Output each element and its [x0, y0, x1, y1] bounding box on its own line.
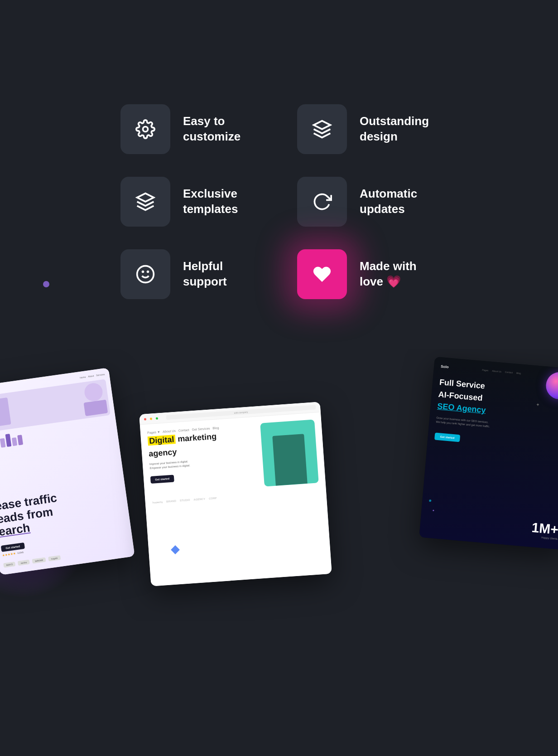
diamond-pen-icon: [312, 119, 332, 139]
feature-icon-box-refresh: [297, 177, 347, 227]
svg-marker-1: [137, 194, 154, 202]
feature-label-easy-customize: Easy to customize: [183, 114, 261, 145]
preview-card-left: Logo Home About Services: [0, 368, 135, 575]
dot-decoration-purple: [43, 281, 49, 287]
svg-point-2: [137, 266, 154, 283]
feature-label-exclusive-templates: Exclusive templates: [183, 186, 261, 217]
feature-icon-box-heart: [297, 249, 347, 299]
refresh-icon: [312, 192, 332, 212]
feature-helpful-support: Helpful support: [120, 249, 261, 299]
feature-easy-customize: Easy to customize: [120, 104, 261, 154]
feature-icon-box-smiley: [120, 249, 170, 299]
preview-section: Logo Home About Services: [0, 349, 558, 621]
feature-made-with-love: Made with love 💗: [297, 249, 438, 299]
heart-icon: [312, 264, 332, 284]
feature-icon-box-pen: [297, 104, 347, 154]
svg-point-0: [143, 127, 148, 132]
features-section: Easy to customize Outstanding design: [0, 77, 558, 335]
card-left-overlay-text: ease traffic eads from earch: [0, 491, 61, 538]
feature-label-helpful-support: Helpful support: [183, 259, 261, 290]
feature-icon-box-layers: [120, 177, 170, 227]
feature-exclusive-templates: Exclusive templates: [120, 177, 261, 227]
hero-section: [0, 0, 558, 77]
smiley-icon: [135, 264, 155, 284]
feature-icon-box-gear: [120, 104, 170, 154]
preview-card-center: solo.company Pages ▼ About Us Contact Ge…: [139, 402, 332, 586]
feature-label-made-with-love: Made with love 💗: [360, 259, 438, 290]
feature-label-automatic-updates: Automatic updates: [360, 186, 438, 217]
feature-outstanding-design: Outstanding design: [297, 104, 438, 154]
preview-card-right: Solo Pages About Us Contact Blog Get sta…: [419, 357, 558, 550]
gear-icon: [135, 119, 155, 139]
feature-automatic-updates: Automatic updates: [297, 177, 438, 227]
card-right-stat: 1M+: [531, 520, 558, 538]
layers-icon: [135, 192, 155, 212]
feature-label-outstanding-design: Outstanding design: [360, 114, 438, 145]
